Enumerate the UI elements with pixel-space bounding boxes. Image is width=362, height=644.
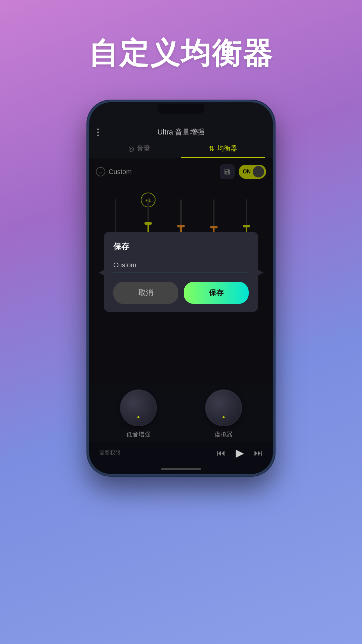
status-bar: [89, 102, 273, 119]
app-title: Ultra 音量增强: [158, 127, 205, 137]
play-button[interactable]: ▶: [236, 446, 244, 459]
bass-boost-knob[interactable]: [120, 389, 157, 426]
dialog-input-wrapper: [113, 259, 249, 272]
tab-volume-label: 音量: [137, 144, 150, 153]
save-button[interactable]: 保存: [184, 282, 249, 304]
app-content: ⌄ Custom ON: [89, 158, 273, 386]
phone-mockup: Ultra 音量增强 ◎ 音量 ⇅ 均衡器: [87, 100, 275, 476]
dialog-arrow-right: ▶: [257, 267, 263, 277]
home-indicator: [89, 464, 273, 474]
header-top: Ultra 音量增强: [97, 124, 265, 140]
menu-button[interactable]: [97, 128, 99, 136]
bottom-nav: 需要权限 ⏮ ▶ ⏭: [89, 442, 273, 464]
media-controls: ⏮ ▶ ⏭: [217, 446, 263, 459]
virtualizer-knob-item: 虚拟器: [205, 389, 242, 438]
dialog-name-input[interactable]: [113, 259, 249, 272]
virtualizer-knob[interactable]: [205, 389, 242, 426]
cancel-button[interactable]: 取消: [113, 282, 178, 304]
app-header: Ultra 音量增强 ◎ 音量 ⇅ 均衡器: [89, 119, 273, 158]
tab-eq[interactable]: ⇅ 均衡器: [181, 144, 265, 158]
nav-tabs: ◎ 音量 ⇅ 均衡器: [97, 144, 265, 158]
next-button[interactable]: ⏭: [254, 448, 263, 458]
dialog-title: 保存: [113, 241, 249, 252]
knobs-row: 低音增强 虚拟器: [89, 386, 273, 442]
bass-boost-knob-item: 低音增强: [120, 389, 157, 438]
home-bar: [161, 468, 201, 470]
bass-boost-label: 低音增强: [126, 430, 150, 438]
dialog-buttons: 取消 保存: [113, 282, 249, 304]
phone-inner: Ultra 音量增强 ◎ 音量 ⇅ 均衡器: [89, 102, 273, 474]
notch: [158, 104, 204, 114]
tab-volume[interactable]: ◎ 音量: [97, 144, 181, 158]
dialog-overlay: ◀ ▶ 保存 取消 保存: [89, 158, 273, 386]
volume-icon: ◎: [128, 145, 134, 153]
phone-frame: Ultra 音量增强 ◎ 音量 ⇅ 均衡器: [87, 100, 275, 476]
save-dialog: ◀ ▶ 保存 取消 保存: [104, 232, 258, 312]
tab-eq-label: 均衡器: [217, 144, 237, 153]
permission-text: 需要权限: [99, 449, 121, 457]
eq-icon: ⇅: [209, 145, 215, 153]
page-title: 自定义均衡器: [88, 34, 274, 73]
dialog-arrow-left: ◀: [99, 267, 105, 277]
virtualizer-label: 虚拟器: [215, 430, 233, 438]
prev-button[interactable]: ⏮: [217, 448, 226, 458]
